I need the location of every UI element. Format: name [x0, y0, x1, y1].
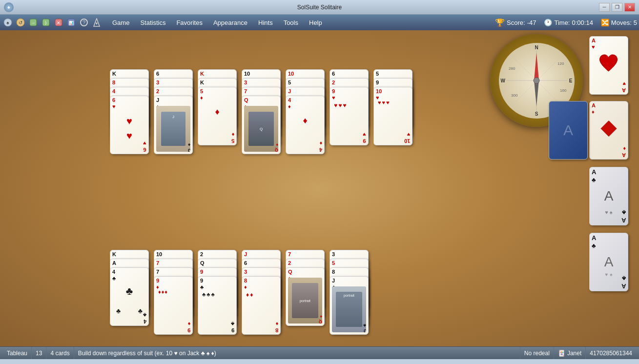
close-button[interactable]: ✕: [624, 3, 635, 12]
toolbar-icon-1[interactable]: ♠: [2, 17, 14, 28]
status-4cards: 4 cards: [50, 350, 69, 357]
status-tableau-label: Tableau: [7, 350, 27, 357]
status-rule-text: Build down regardless of suit (ex. 10 ♥ …: [78, 350, 216, 357]
session-id: 4170285061344: [590, 350, 632, 357]
tableau-top-col-5[interactable]: 10♦ 5♣ ▬ J♦ 4♦ ♦ 4♦: [286, 69, 325, 128]
card-rank-1b: A♥: [622, 81, 626, 93]
foundation-1[interactable]: A♥ A♥: [589, 36, 628, 95]
c7r3-rankb: 10♥: [404, 131, 410, 144]
foundation-back-1[interactable]: A: [549, 101, 588, 160]
tableau-bot-col-2[interactable]: 10♠ 7♥ 7♣ 9♦ ♦♦♦ 9♦: [154, 250, 193, 308]
time-display: 🕐 Time: 0:00:14: [544, 19, 593, 26]
tableau-top-col-7[interactable]: 5♣ 9♣ 10♥ ♥♥♥ 10♥: [373, 69, 412, 128]
tableau-top-col-6[interactable]: 6♣ 2♥ 9♥ ♥ ♥ ♥ 9♥: [330, 69, 369, 128]
card-rank-4: A♣: [592, 234, 596, 249]
moves-value: 5: [634, 19, 637, 26]
bc4r4-rankb: 8♦: [275, 321, 278, 333]
score-area: 🏆 Score: -47 🕐 Time: 0:00:14 🔀 Moves: 5: [495, 18, 637, 27]
status-redeal: No redeal: [520, 347, 554, 359]
statusbar: Tableau 13 4 cards Build down regardless…: [0, 346, 639, 359]
tableau-bot-col-5[interactable]: 7♦ 2♥ ▬▬ Q♦ portrait Q♦: [286, 250, 325, 308]
moves-icon: 🔀: [601, 19, 609, 26]
status-count: 13: [32, 347, 46, 359]
toolbar: ♠ ↺ → ⟩ ✕ 📊 ? ▼: [2, 17, 103, 28]
svg-text:280: 280: [509, 66, 515, 71]
toolbar-icon-6[interactable]: 📊: [65, 17, 77, 28]
svg-text:⟩: ⟩: [45, 20, 47, 25]
status-cards-label: 4 cards: [46, 347, 74, 359]
tableau-top-col-2[interactable]: 6♠ Back 3♥ 2♦ ♦ J♠ J J♠: [154, 69, 193, 128]
minimize-button[interactable]: ─: [599, 3, 610, 12]
menu-hints[interactable]: Hints: [253, 17, 278, 28]
tableau-top-col-4[interactable]: 10♠ 3♦ 7♥ Q♦ Q Q♦: [242, 69, 281, 128]
menu-help[interactable]: Help: [304, 17, 327, 28]
score-value: -47: [527, 19, 536, 26]
svg-text:120: 120: [557, 61, 564, 66]
svg-text:?: ?: [82, 20, 85, 25]
c5r4-rank: 4♦: [288, 97, 291, 110]
card-rank-3b: A♣: [621, 209, 626, 224]
menu-game[interactable]: Game: [107, 17, 134, 28]
trophy-icon: 🏆: [495, 18, 505, 27]
bc2r4-rankb: 9♦: [187, 321, 190, 333]
toolbar-icon-3[interactable]: →: [27, 17, 39, 28]
time-value: 0:00:14: [572, 19, 593, 26]
status-type: Tableau: [3, 347, 32, 359]
window-controls: ─ ❐ ✕: [599, 3, 635, 12]
card-rank-4b: A♣: [621, 275, 626, 290]
toolbar-icon-4[interactable]: ⟩: [40, 17, 52, 28]
card-rank-1: A♥: [592, 38, 596, 50]
menu-appearance[interactable]: Appearance: [208, 17, 252, 28]
foundation-3[interactable]: A♣ A ♥ ♠ A♣: [589, 167, 628, 225]
toolbar-icon-8[interactable]: ▼: [91, 17, 103, 28]
tableau-bot-col-1[interactable]: K♣ A♠ 4♣ ♣ ♣ ♣ 4♣: [110, 250, 149, 308]
c5r4-rankb: 4♦: [319, 140, 322, 153]
c3r3-rank: 5♦: [200, 88, 203, 101]
bc3r4-rankb: 9♣: [231, 321, 234, 333]
svg-marker-28: [601, 121, 617, 137]
c6r3-rankb: 9♥: [363, 131, 366, 144]
svg-text:♠: ♠: [6, 20, 9, 25]
clock-icon: 🕐: [544, 19, 552, 26]
tableau-bot-col-4[interactable]: J♥ 6♣ 3♦ 8♦ ♦♦ 8♦: [242, 250, 281, 308]
toolbar-icon-2[interactable]: ↺: [15, 17, 26, 28]
foundation-2[interactable]: A♦ A♦: [589, 101, 628, 160]
tableau-bot-col-6[interactable]: 3♣ 5♥ 8♣ ♣♣ J♣ portrait J♣: [330, 250, 369, 308]
score-label: Score:: [507, 19, 525, 26]
toolbar-icon-7[interactable]: ?: [78, 17, 90, 28]
tableau-top-col-3[interactable]: K♦ K♣ 5♦ ♦ 5♦: [198, 69, 237, 128]
svg-text:✕: ✕: [57, 20, 61, 25]
window-title: SolSuite Solitaire: [297, 4, 342, 11]
bc1r3-rank: 4♣: [112, 269, 116, 282]
svg-text:→: →: [31, 20, 36, 25]
c1r4-rankb: 6♥: [143, 140, 146, 153]
bc4r4-rank: 8♦: [244, 278, 247, 290]
svg-text:160: 160: [560, 88, 567, 93]
bc3r4-rank: 9♣: [200, 278, 204, 290]
foundation-4[interactable]: A♣ A ♥♠ A♣: [589, 233, 628, 291]
c3r3-rankb: 5♦: [231, 131, 234, 144]
bc1r3-rankb: 4♣: [143, 312, 146, 324]
restore-button[interactable]: ❐: [612, 3, 622, 12]
svg-text:300: 300: [511, 93, 518, 98]
card-center-3: A: [604, 188, 614, 204]
card-rank-3: A♣: [592, 168, 596, 183]
menu-statistics[interactable]: Statistics: [135, 17, 170, 28]
svg-text:📊: 📊: [69, 20, 74, 25]
moves-display: 🔀 Moves: 5: [601, 19, 637, 26]
game-area: N S E W 120 160 200: [0, 30, 639, 346]
c1r4-rank: 6♥: [112, 97, 116, 110]
menu-tools[interactable]: Tools: [279, 17, 303, 28]
score-display: 🏆 Score: -47: [495, 18, 536, 27]
menubar: ♠ ↺ → ⟩ ✕ 📊 ? ▼ Game Statistics Favorite…: [0, 15, 639, 30]
moves-label: Moves:: [611, 19, 632, 26]
tableau-bot-col-3[interactable]: 2♠ Q♠ Q♣ ▬ 9♦ ♦♦♦ 9♣ ♣♣♣: [198, 250, 237, 308]
card-rank-2b: A♦: [622, 145, 626, 158]
tableau-top-col-1[interactable]: K♣ portrait 8♥ ♥ 4♥ ♥ 6♥ ♥ ♥: [110, 69, 149, 128]
titlebar-icon: ♠: [4, 2, 14, 12]
menu-favorites[interactable]: Favorites: [171, 17, 207, 28]
c6r3-rank: 9♥: [332, 88, 335, 101]
user-icon: 🃏: [558, 350, 565, 357]
card-rank-2: A♦: [592, 102, 596, 115]
toolbar-icon-5[interactable]: ✕: [53, 17, 64, 28]
